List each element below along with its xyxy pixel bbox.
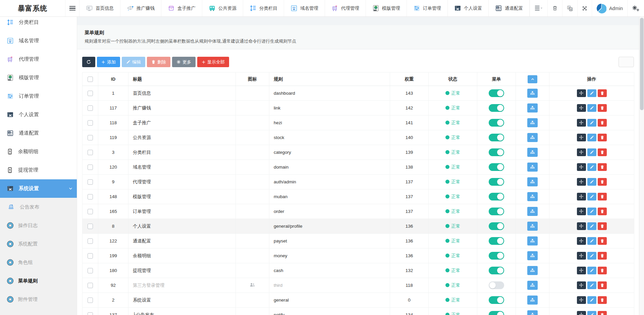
- row-edit-button[interactable]: [587, 222, 596, 230]
- subnode-button[interactable]: [527, 266, 538, 275]
- col-title[interactable]: 标题: [128, 73, 236, 86]
- page-scrollbar[interactable]: [639, 17, 644, 315]
- row-delete-button[interactable]: [598, 208, 607, 215]
- drag-button[interactable]: [577, 163, 586, 171]
- nav-tab[interactable]: 首页信息: [79, 0, 120, 16]
- row-delete-button[interactable]: [598, 148, 607, 156]
- sidebar-subitem[interactable]: 菜单规则: [0, 272, 77, 290]
- subnode-button[interactable]: [527, 310, 538, 315]
- subnode-button[interactable]: [527, 89, 538, 98]
- row-edit-button[interactable]: [587, 267, 596, 274]
- row-delete-button[interactable]: [598, 237, 607, 245]
- drag-button[interactable]: [577, 119, 586, 127]
- menu-toggle[interactable]: [489, 311, 504, 315]
- row-delete-button[interactable]: [598, 267, 607, 274]
- row-checkbox[interactable]: [88, 312, 93, 315]
- nav-tab[interactable]: w域名管理: [284, 0, 325, 16]
- drag-button[interactable]: [577, 193, 586, 200]
- more-button[interactable]: 更多: [172, 57, 196, 67]
- refresh-button[interactable]: [82, 57, 95, 67]
- row-delete-button[interactable]: [598, 119, 607, 127]
- sidebar-item[interactable]: $提现管理: [0, 161, 77, 179]
- row-edit-button[interactable]: [587, 296, 596, 304]
- drag-button[interactable]: [577, 281, 586, 289]
- menu-toggle[interactable]: [489, 178, 504, 186]
- row-delete-button[interactable]: [598, 311, 607, 315]
- nav-tab[interactable]: $通道配置: [488, 0, 530, 16]
- drag-button[interactable]: [577, 237, 586, 245]
- drag-button[interactable]: [577, 296, 586, 304]
- row-edit-button[interactable]: [587, 208, 596, 215]
- drag-button[interactable]: [577, 104, 586, 112]
- row-checkbox[interactable]: [88, 165, 93, 170]
- sidebar-item[interactable]: 订单管理: [0, 87, 77, 105]
- fullscreen-button[interactable]: [577, 0, 592, 16]
- menu-toggle[interactable]: [489, 222, 504, 230]
- sidebar-subitem[interactable]: 附件管理: [0, 290, 77, 309]
- col-rule[interactable]: 规则: [269, 73, 390, 86]
- user-menu[interactable]: Admin: [592, 0, 627, 16]
- drag-button[interactable]: [577, 267, 586, 274]
- sidebar-item[interactable]: $余额明细: [0, 142, 77, 161]
- menu-toggle[interactable]: [489, 237, 504, 245]
- row-checkbox[interactable]: [88, 238, 93, 244]
- menu-toggle[interactable]: [489, 89, 504, 97]
- sidebar-subitem[interactable]: 系统配置: [0, 235, 77, 253]
- sidebar-item[interactable]: 分类栏目: [0, 17, 77, 32]
- language-button[interactable]: 文A: [562, 0, 577, 16]
- row-delete-button[interactable]: [598, 104, 607, 112]
- row-delete-button[interactable]: [598, 163, 607, 171]
- sidebar-subitem[interactable]: 公告发布: [0, 198, 77, 216]
- row-checkbox[interactable]: [88, 120, 93, 126]
- menu-toggle[interactable]: [489, 134, 504, 141]
- collapse-all-button[interactable]: [528, 75, 537, 83]
- row-checkbox[interactable]: [88, 209, 93, 214]
- subnode-button[interactable]: [527, 296, 538, 305]
- col-status[interactable]: 状态: [429, 73, 477, 86]
- row-checkbox[interactable]: [88, 91, 93, 96]
- row-checkbox[interactable]: [88, 150, 93, 155]
- nav-tab[interactable]: 个人设置: [447, 0, 488, 16]
- sidebar-item[interactable]: w域名管理: [0, 32, 77, 50]
- row-delete-button[interactable]: [598, 252, 607, 260]
- row-delete-button[interactable]: [598, 89, 607, 97]
- menu-toggle[interactable]: [489, 193, 504, 200]
- scrollbar-thumb[interactable]: [640, 18, 644, 110]
- add-button[interactable]: 添加: [97, 57, 120, 67]
- menu-toggle[interactable]: [489, 267, 504, 274]
- drag-button[interactable]: [577, 311, 586, 315]
- col-icon[interactable]: 图标: [236, 73, 269, 86]
- drag-button[interactable]: [577, 178, 586, 186]
- menu-toggle[interactable]: [489, 104, 504, 112]
- row-checkbox[interactable]: [88, 105, 93, 111]
- row-delete-button[interactable]: [598, 296, 607, 304]
- menu-toggle[interactable]: [489, 252, 504, 260]
- sidebar-toggle-button[interactable]: [65, 0, 79, 16]
- col-menu[interactable]: 菜单: [477, 73, 516, 86]
- menu-toggle[interactable]: [489, 296, 504, 304]
- menu-toggle[interactable]: [489, 119, 504, 127]
- row-delete-button[interactable]: [598, 222, 607, 230]
- sidebar-item[interactable]: 个人设置: [0, 105, 77, 124]
- row-edit-button[interactable]: [587, 193, 596, 200]
- row-edit-button[interactable]: [587, 148, 596, 156]
- nav-tab[interactable]: 订单管理: [407, 0, 447, 16]
- sidebar-subitem[interactable]: 角色组: [0, 253, 77, 272]
- subnode-button[interactable]: [527, 192, 538, 201]
- subnode-button[interactable]: [527, 133, 538, 142]
- col-id[interactable]: ID: [98, 73, 128, 86]
- menu-toggle[interactable]: [489, 281, 504, 289]
- row-edit-button[interactable]: [587, 237, 596, 245]
- row-checkbox[interactable]: [88, 194, 93, 199]
- row-delete-button[interactable]: [598, 193, 607, 200]
- nav-tab[interactable]: 盒子推广: [161, 0, 202, 16]
- row-edit-button[interactable]: [587, 134, 596, 141]
- subnode-button[interactable]: [527, 207, 538, 216]
- row-edit-button[interactable]: [587, 104, 596, 112]
- menu-toggle[interactable]: [489, 208, 504, 215]
- drag-button[interactable]: [577, 252, 586, 260]
- menu-toggle[interactable]: [489, 148, 504, 156]
- subnode-button[interactable]: [527, 222, 538, 231]
- row-edit-button[interactable]: [587, 178, 596, 186]
- drag-button[interactable]: [577, 89, 586, 97]
